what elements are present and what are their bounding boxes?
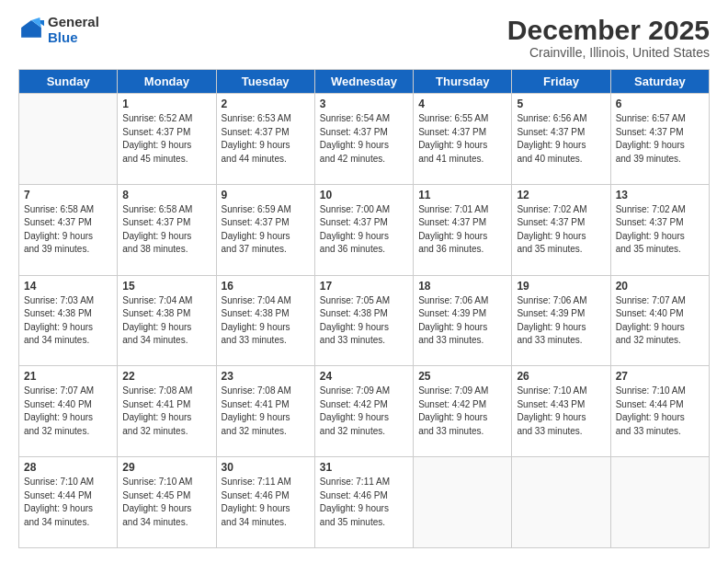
day-number: 27 bbox=[616, 370, 704, 383]
day-info: Sunrise: 7:04 AM Sunset: 4:38 PM Dayligh… bbox=[122, 294, 210, 348]
calendar-week-4: 28Sunrise: 7:10 AM Sunset: 4:44 PM Dayli… bbox=[19, 457, 710, 548]
day-info: Sunrise: 7:10 AM Sunset: 4:43 PM Dayligh… bbox=[517, 385, 605, 438]
day-number: 30 bbox=[222, 461, 310, 474]
day-info: Sunrise: 6:53 AM Sunset: 4:37 PM Dayligh… bbox=[222, 112, 310, 166]
day-number: 5 bbox=[517, 98, 605, 110]
calendar-week-3: 21Sunrise: 7:07 AM Sunset: 4:40 PM Dayli… bbox=[19, 366, 710, 457]
day-number: 13 bbox=[616, 189, 704, 201]
day-info: Sunrise: 7:11 AM Sunset: 4:46 PM Dayligh… bbox=[222, 476, 310, 529]
calendar-cell: 16Sunrise: 7:04 AM Sunset: 4:38 PM Dayli… bbox=[216, 275, 314, 366]
day-number: 31 bbox=[320, 461, 408, 474]
logo-icon bbox=[18, 17, 44, 43]
day-info: Sunrise: 6:55 AM Sunset: 4:37 PM Dayligh… bbox=[418, 112, 506, 166]
day-info: Sunrise: 6:57 AM Sunset: 4:37 PM Dayligh… bbox=[616, 112, 704, 166]
day-number: 26 bbox=[517, 370, 605, 383]
weekday-header-friday: Friday bbox=[512, 70, 610, 94]
calendar-cell: 28Sunrise: 7:10 AM Sunset: 4:44 PM Dayli… bbox=[19, 457, 118, 548]
day-number: 7 bbox=[24, 189, 112, 201]
calendar-week-1: 7Sunrise: 6:58 AM Sunset: 4:37 PM Daylig… bbox=[19, 184, 710, 275]
calendar-cell: 15Sunrise: 7:04 AM Sunset: 4:38 PM Dayli… bbox=[118, 275, 216, 366]
day-number: 23 bbox=[222, 370, 310, 383]
logo-general-text: General bbox=[48, 14, 99, 29]
weekday-header-saturday: Saturday bbox=[610, 70, 709, 94]
day-info: Sunrise: 7:09 AM Sunset: 4:42 PM Dayligh… bbox=[320, 385, 408, 438]
day-info: Sunrise: 6:58 AM Sunset: 4:37 PM Dayligh… bbox=[122, 203, 210, 257]
calendar-cell: 30Sunrise: 7:11 AM Sunset: 4:46 PM Dayli… bbox=[216, 457, 314, 548]
day-info: Sunrise: 7:10 AM Sunset: 4:45 PM Dayligh… bbox=[122, 476, 210, 529]
calendar-header: SundayMondayTuesdayWednesdayThursdayFrid… bbox=[19, 70, 710, 94]
day-info: Sunrise: 7:02 AM Sunset: 4:37 PM Dayligh… bbox=[616, 203, 704, 257]
day-info: Sunrise: 7:02 AM Sunset: 4:37 PM Dayligh… bbox=[517, 203, 605, 257]
calendar-week-0: 1Sunrise: 6:52 AM Sunset: 4:37 PM Daylig… bbox=[19, 94, 710, 185]
day-number: 18 bbox=[418, 280, 506, 293]
header: General Blue December 2025 Crainville, I… bbox=[18, 15, 710, 60]
logo-blue-text: Blue bbox=[48, 29, 78, 45]
calendar: SundayMondayTuesdayWednesdayThursdayFrid… bbox=[18, 69, 710, 548]
calendar-cell: 1Sunrise: 6:52 AM Sunset: 4:37 PM Daylig… bbox=[118, 94, 216, 185]
calendar-cell: 6Sunrise: 6:57 AM Sunset: 4:37 PM Daylig… bbox=[610, 94, 709, 185]
day-number: 3 bbox=[320, 98, 408, 110]
day-info: Sunrise: 7:08 AM Sunset: 4:41 PM Dayligh… bbox=[122, 385, 210, 438]
day-info: Sunrise: 7:07 AM Sunset: 4:40 PM Dayligh… bbox=[24, 385, 112, 438]
day-info: Sunrise: 7:06 AM Sunset: 4:39 PM Dayligh… bbox=[418, 294, 506, 348]
calendar-cell: 12Sunrise: 7:02 AM Sunset: 4:37 PM Dayli… bbox=[512, 184, 610, 275]
day-info: Sunrise: 7:06 AM Sunset: 4:39 PM Dayligh… bbox=[517, 294, 605, 348]
calendar-cell: 25Sunrise: 7:09 AM Sunset: 4:42 PM Dayli… bbox=[414, 366, 512, 457]
calendar-cell bbox=[610, 457, 709, 548]
day-info: Sunrise: 6:52 AM Sunset: 4:37 PM Dayligh… bbox=[122, 112, 210, 166]
day-info: Sunrise: 7:10 AM Sunset: 4:44 PM Dayligh… bbox=[616, 385, 704, 438]
day-info: Sunrise: 6:58 AM Sunset: 4:37 PM Dayligh… bbox=[24, 203, 112, 257]
page: General Blue December 2025 Crainville, I… bbox=[0, 0, 728, 563]
day-number: 10 bbox=[320, 189, 408, 201]
calendar-cell: 26Sunrise: 7:10 AM Sunset: 4:43 PM Dayli… bbox=[512, 366, 610, 457]
calendar-cell: 8Sunrise: 6:58 AM Sunset: 4:37 PM Daylig… bbox=[118, 184, 216, 275]
day-number: 2 bbox=[222, 98, 310, 110]
page-subtitle: Crainville, Illinois, United States bbox=[507, 45, 710, 60]
day-number: 25 bbox=[418, 370, 506, 383]
day-info: Sunrise: 7:01 AM Sunset: 4:37 PM Dayligh… bbox=[418, 203, 506, 257]
day-number: 28 bbox=[24, 461, 112, 474]
weekday-header-monday: Monday bbox=[118, 70, 216, 94]
day-number: 9 bbox=[222, 189, 310, 201]
day-info: Sunrise: 6:56 AM Sunset: 4:37 PM Dayligh… bbox=[517, 112, 605, 166]
calendar-cell bbox=[512, 457, 610, 548]
calendar-cell: 31Sunrise: 7:11 AM Sunset: 4:46 PM Dayli… bbox=[314, 457, 413, 548]
day-info: Sunrise: 6:54 AM Sunset: 4:37 PM Dayligh… bbox=[320, 112, 408, 166]
day-info: Sunrise: 7:05 AM Sunset: 4:38 PM Dayligh… bbox=[320, 294, 408, 348]
calendar-cell: 24Sunrise: 7:09 AM Sunset: 4:42 PM Dayli… bbox=[314, 366, 413, 457]
calendar-cell: 10Sunrise: 7:00 AM Sunset: 4:37 PM Dayli… bbox=[314, 184, 413, 275]
day-number: 21 bbox=[24, 370, 112, 383]
calendar-week-2: 14Sunrise: 7:03 AM Sunset: 4:38 PM Dayli… bbox=[19, 275, 710, 366]
day-number: 29 bbox=[122, 461, 210, 474]
weekday-header-sunday: Sunday bbox=[19, 70, 118, 94]
weekday-header-tuesday: Tuesday bbox=[216, 70, 314, 94]
calendar-cell: 9Sunrise: 6:59 AM Sunset: 4:37 PM Daylig… bbox=[216, 184, 314, 275]
calendar-cell bbox=[19, 94, 118, 185]
day-number: 24 bbox=[320, 370, 408, 383]
weekday-header-thursday: Thursday bbox=[414, 70, 512, 94]
calendar-cell: 3Sunrise: 6:54 AM Sunset: 4:37 PM Daylig… bbox=[314, 94, 413, 185]
calendar-cell: 11Sunrise: 7:01 AM Sunset: 4:37 PM Dayli… bbox=[414, 184, 512, 275]
day-number: 16 bbox=[222, 280, 310, 293]
title-block: December 2025 Crainville, Illinois, Unit… bbox=[507, 15, 710, 60]
day-info: Sunrise: 7:09 AM Sunset: 4:42 PM Dayligh… bbox=[418, 385, 506, 438]
calendar-cell: 17Sunrise: 7:05 AM Sunset: 4:38 PM Dayli… bbox=[314, 275, 413, 366]
calendar-cell: 14Sunrise: 7:03 AM Sunset: 4:38 PM Dayli… bbox=[19, 275, 118, 366]
day-number: 1 bbox=[122, 98, 210, 110]
day-number: 17 bbox=[320, 280, 408, 293]
logo-text: General Blue bbox=[48, 15, 99, 45]
day-number: 19 bbox=[517, 280, 605, 293]
calendar-cell: 21Sunrise: 7:07 AM Sunset: 4:40 PM Dayli… bbox=[19, 366, 118, 457]
day-info: Sunrise: 7:00 AM Sunset: 4:37 PM Dayligh… bbox=[320, 203, 408, 257]
calendar-cell: 13Sunrise: 7:02 AM Sunset: 4:37 PM Dayli… bbox=[610, 184, 709, 275]
day-info: Sunrise: 6:59 AM Sunset: 4:37 PM Dayligh… bbox=[222, 203, 310, 257]
day-number: 22 bbox=[122, 370, 210, 383]
calendar-cell: 18Sunrise: 7:06 AM Sunset: 4:39 PM Dayli… bbox=[414, 275, 512, 366]
calendar-cell: 7Sunrise: 6:58 AM Sunset: 4:37 PM Daylig… bbox=[19, 184, 118, 275]
day-info: Sunrise: 7:11 AM Sunset: 4:46 PM Dayligh… bbox=[320, 476, 408, 529]
calendar-cell: 27Sunrise: 7:10 AM Sunset: 4:44 PM Dayli… bbox=[610, 366, 709, 457]
day-info: Sunrise: 7:03 AM Sunset: 4:38 PM Dayligh… bbox=[24, 294, 112, 348]
day-number: 12 bbox=[517, 189, 605, 201]
calendar-cell: 5Sunrise: 6:56 AM Sunset: 4:37 PM Daylig… bbox=[512, 94, 610, 185]
calendar-cell: 29Sunrise: 7:10 AM Sunset: 4:45 PM Dayli… bbox=[118, 457, 216, 548]
